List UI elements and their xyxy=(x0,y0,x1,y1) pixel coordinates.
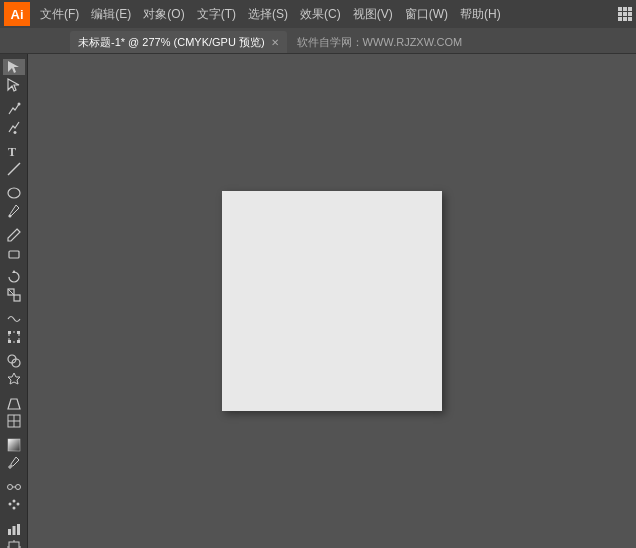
artboard xyxy=(222,191,442,411)
free-transform-tool[interactable] xyxy=(3,329,25,345)
svg-point-25 xyxy=(15,485,20,490)
svg-rect-32 xyxy=(12,526,15,535)
type-tool[interactable]: T xyxy=(3,143,25,159)
pen-tool[interactable] xyxy=(3,101,25,117)
menu-select[interactable]: 选择(S) xyxy=(242,0,294,28)
canvas-area[interactable] xyxy=(28,54,636,548)
svg-rect-16 xyxy=(17,340,20,343)
svg-rect-13 xyxy=(8,331,11,334)
warp-tool[interactable] xyxy=(3,311,25,327)
workspace-switcher-icon[interactable] xyxy=(618,7,632,21)
artboard-tool[interactable] xyxy=(3,539,25,548)
svg-rect-33 xyxy=(17,524,20,535)
svg-point-5 xyxy=(8,188,20,198)
menu-effect[interactable]: 效果(C) xyxy=(294,0,347,28)
gradient-tool[interactable] xyxy=(3,437,25,453)
svg-rect-23 xyxy=(8,439,20,451)
shape-builder-tool[interactable] xyxy=(3,353,25,369)
direct-selection-tool[interactable] xyxy=(3,77,25,93)
svg-text:T: T xyxy=(8,145,16,159)
tab-close-button[interactable]: ✕ xyxy=(271,37,279,48)
menu-object[interactable]: 对象(O) xyxy=(137,0,190,28)
menu-edit[interactable]: 编辑(E) xyxy=(85,0,137,28)
perspective-tool[interactable] xyxy=(3,395,25,411)
selection-tool[interactable] xyxy=(3,59,25,75)
svg-rect-34 xyxy=(9,542,19,548)
svg-rect-14 xyxy=(17,331,20,334)
tab-website[interactable]: 软件自学网：WWW.RJZXW.COM xyxy=(289,31,471,53)
svg-point-6 xyxy=(8,215,11,218)
symbol-sprayer-tool[interactable] xyxy=(3,497,25,513)
svg-rect-10 xyxy=(14,295,20,301)
menu-view[interactable]: 视图(V) xyxy=(347,0,399,28)
svg-point-27 xyxy=(8,503,11,506)
rotate-tool[interactable] xyxy=(3,269,25,285)
add-anchor-tool[interactable] xyxy=(3,119,25,135)
menu-file[interactable]: 文件(F) xyxy=(34,0,85,28)
svg-line-11 xyxy=(8,289,14,295)
menu-bar: 文件(F) 编辑(E) 对象(O) 文字(T) 选择(S) 效果(C) 视图(V… xyxy=(34,0,610,28)
tab-bar: 未标题-1* @ 277% (CMYK/GPU 预览) ✕ 软件自学网：WWW.… xyxy=(0,28,636,54)
svg-point-29 xyxy=(16,503,19,506)
svg-rect-15 xyxy=(8,340,11,343)
scale-tool[interactable] xyxy=(3,287,25,303)
eyedropper-tool[interactable] xyxy=(3,455,25,471)
column-graph-tool[interactable] xyxy=(3,521,25,537)
main-layout: T xyxy=(0,54,636,548)
svg-rect-31 xyxy=(8,529,11,535)
svg-line-4 xyxy=(8,163,20,175)
tab-document[interactable]: 未标题-1* @ 277% (CMYK/GPU 预览) ✕ xyxy=(70,31,287,53)
menu-help[interactable]: 帮助(H) xyxy=(454,0,507,28)
svg-rect-7 xyxy=(9,251,19,258)
toolbar: T xyxy=(0,54,28,548)
ai-logo: Ai xyxy=(4,2,30,26)
menu-type[interactable]: 文字(T) xyxy=(191,0,242,28)
live-paint-tool[interactable] xyxy=(3,371,25,387)
ellipse-tool[interactable] xyxy=(3,185,25,201)
svg-point-30 xyxy=(12,507,15,510)
svg-point-28 xyxy=(12,500,15,503)
line-tool[interactable] xyxy=(3,161,25,177)
menu-window[interactable]: 窗口(W) xyxy=(399,0,454,28)
paintbrush-tool[interactable] xyxy=(3,203,25,219)
window-controls xyxy=(610,7,632,21)
pencil-tool[interactable] xyxy=(3,227,25,243)
svg-point-0 xyxy=(17,103,20,106)
mesh-tool[interactable] xyxy=(3,413,25,429)
eraser-tool[interactable] xyxy=(3,245,25,261)
svg-point-24 xyxy=(7,485,12,490)
blend-tool[interactable] xyxy=(3,479,25,495)
title-bar: Ai 文件(F) 编辑(E) 对象(O) 文字(T) 选择(S) 效果(C) 视… xyxy=(0,0,636,28)
svg-marker-19 xyxy=(8,399,20,409)
svg-marker-8 xyxy=(12,270,16,273)
